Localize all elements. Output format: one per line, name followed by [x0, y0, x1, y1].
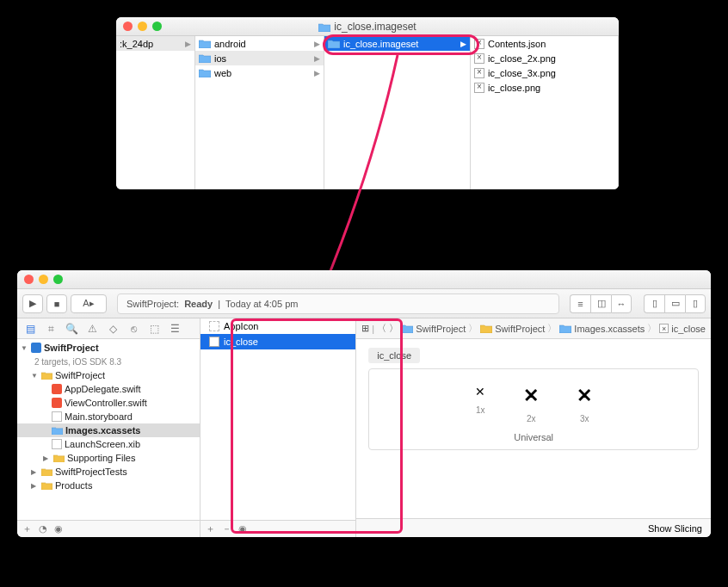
folder-icon — [559, 324, 571, 333]
xcode-body: ▤ ⌗ 🔍 ⚠ ◇ ⎋ ⬚ ☰ ▼SwiftProject 2 targets,… — [17, 318, 711, 537]
asset-preview: ic_close ✕1x ✕2x ✕3x Universal — [356, 339, 711, 518]
tree-label: Images.xcassets — [65, 425, 140, 436]
disclosure-arrow-icon: ▶ — [314, 40, 320, 48]
close-window-button[interactable] — [24, 275, 34, 284]
filter-icon[interactable]: ◉ — [238, 523, 247, 534]
finder-col-0[interactable]: :k_24dp ▶ — [116, 36, 195, 189]
tree-label: SwiftProject — [55, 370, 105, 380]
jumpbar-grid-icon[interactable]: ⊞ — [361, 323, 369, 334]
project-icon — [401, 324, 413, 333]
report-navigator-tab[interactable]: ☰ — [165, 323, 184, 335]
finder-item-web[interactable]: web ▶ — [195, 65, 324, 80]
xcode-window: ▶ ■ A▸ SwiftProject: Ready | Today at 4:… — [17, 270, 711, 537]
asset-icclose[interactable]: ×ic_close — [201, 334, 355, 349]
finder-col-2[interactable]: ic_close.imageset ▶ — [324, 36, 471, 189]
item-label: android — [214, 39, 246, 49]
filter-scm-icon[interactable]: ◉ — [54, 523, 63, 534]
project-tree[interactable]: ▼SwiftProject 2 targets, iOS SDK 8.3 ▼Sw… — [17, 339, 200, 520]
finder-item[interactable]: :k_24dp ▶ — [116, 36, 194, 51]
folder-icon — [480, 324, 492, 333]
tree-group[interactable]: ▶Supporting Files — [17, 451, 200, 465]
show-slicing-button[interactable]: Show Slicing — [648, 523, 702, 534]
scale-3x[interactable]: ✕3x — [577, 385, 592, 423]
tree-group[interactable]: ▼SwiftProject — [17, 368, 200, 382]
tree-file[interactable]: Main.storyboard — [17, 410, 200, 423]
disclosure-icon[interactable]: ▶ — [43, 454, 51, 462]
disclosure-icon[interactable]: ▼ — [21, 344, 28, 352]
folder-icon — [41, 467, 52, 476]
finder-titlebar[interactable]: ic_close.imageset — [116, 17, 619, 36]
jumpbar-item[interactable]: Images.xcassets — [574, 324, 645, 334]
debug-navigator-tab[interactable]: ⎋ — [124, 323, 143, 335]
file-icon — [474, 53, 484, 64]
finder-item-ios[interactable]: ios ▶ — [195, 51, 324, 65]
standard-editor-button[interactable]: ≡ — [570, 294, 590, 313]
asset-list[interactable]: AppIcon ×ic_close — [201, 318, 355, 520]
issue-navigator-tab[interactable]: ⚠ — [83, 323, 102, 335]
remove-asset-button[interactable]: － — [222, 522, 231, 535]
minimize-window-button[interactable] — [39, 275, 48, 284]
finder-col-1[interactable]: android ▶ ios ▶ web ▶ — [195, 36, 324, 189]
folder-icon — [41, 371, 52, 380]
tree-group[interactable]: ▶Products — [17, 479, 200, 492]
jumpbar-forward-button[interactable]: 〉 — [389, 322, 398, 335]
toggle-navigator-button[interactable]: ▯ — [644, 294, 664, 313]
xib-icon — [52, 439, 62, 449]
finder-file[interactable]: ic_close_2x.png — [471, 51, 618, 65]
run-button[interactable]: ▶ — [22, 294, 43, 313]
storyboard-icon — [52, 411, 62, 422]
finder-item-imageset[interactable]: ic_close.imageset ▶ — [324, 36, 470, 51]
add-asset-button[interactable]: ＋ — [206, 522, 215, 535]
finder-file[interactable]: ic_close_3x.png — [471, 65, 618, 80]
scheme-selector[interactable]: A▸ — [71, 294, 107, 313]
finder-item-android[interactable]: android ▶ — [195, 36, 324, 51]
scale-2x[interactable]: ✕2x — [523, 385, 539, 423]
asset-scales: ✕1x ✕2x ✕3x — [381, 385, 686, 423]
disclosure-icon[interactable]: ▼ — [31, 372, 39, 380]
asset-label: AppIcon — [224, 321, 258, 331]
project-navigator-tab[interactable]: ▤ — [21, 323, 40, 335]
disclosure-icon[interactable]: ▶ — [31, 482, 39, 490]
asset-outline: AppIcon ×ic_close ＋ － ◉ — [201, 318, 356, 537]
zoom-window-button[interactable] — [53, 275, 63, 284]
jumpbar-item[interactable]: SwiftProject — [495, 324, 545, 334]
folder-icon — [41, 481, 52, 490]
swift-icon — [52, 384, 62, 394]
jumpbar-item[interactable]: ic_close — [671, 324, 706, 334]
tree-label: SwiftProjectTests — [55, 467, 127, 477]
folder-icon — [52, 426, 63, 435]
jumpbar-back-button[interactable]: 〈 — [377, 322, 386, 335]
tree-group[interactable]: ▶SwiftProjectTests — [17, 465, 200, 479]
assistant-editor-button[interactable]: ◫ — [590, 294, 611, 313]
add-button[interactable]: ＋ — [22, 522, 32, 535]
version-editor-button[interactable]: ↔ — [611, 294, 632, 313]
tree-file[interactable]: LaunchScreen.xib — [17, 437, 200, 451]
disclosure-icon[interactable]: ▶ — [31, 468, 39, 476]
finder-col-3[interactable]: Contents.json ic_close_2x.png ic_close_3… — [471, 36, 619, 189]
asset-appicon[interactable]: AppIcon — [201, 318, 355, 334]
breakpoint-navigator-tab[interactable]: ⬚ — [145, 323, 163, 335]
find-navigator-tab[interactable]: 🔍 — [62, 323, 81, 335]
x-icon: ✕ — [577, 385, 592, 407]
toggle-debug-button[interactable]: ▭ — [664, 294, 685, 313]
tree-label: Products — [55, 480, 92, 491]
item-label: ic_close.imageset — [343, 39, 418, 49]
tree-file-xcassets[interactable]: Images.xcassets — [17, 423, 200, 437]
test-navigator-tab[interactable]: ◇ — [103, 323, 122, 335]
stop-button[interactable]: ■ — [46, 294, 67, 313]
tree-file[interactable]: ViewController.swift — [17, 396, 200, 410]
toggle-utilities-button[interactable]: ▯ — [685, 294, 706, 313]
scale-label: 3x — [577, 414, 592, 423]
filter-recent-icon[interactable]: ◔ — [39, 523, 47, 534]
symbol-navigator-tab[interactable]: ⌗ — [41, 323, 60, 335]
status-state: Ready — [184, 299, 213, 309]
xcode-titlebar[interactable] — [17, 270, 711, 289]
tree-file[interactable]: AppDelegate.swift — [17, 382, 200, 396]
tree-project-root[interactable]: ▼SwiftProject — [17, 341, 200, 355]
item-label: :k_24dp — [120, 39, 153, 49]
finder-file[interactable]: Contents.json — [471, 36, 618, 51]
jump-bar[interactable]: ⊞ | 〈 〉 SwiftProject〉 SwiftProject〉 Imag… — [356, 318, 711, 339]
finder-file[interactable]: ic_close.png — [471, 80, 618, 95]
jumpbar-item[interactable]: SwiftProject — [416, 324, 466, 334]
scale-1x[interactable]: ✕1x — [475, 385, 485, 423]
